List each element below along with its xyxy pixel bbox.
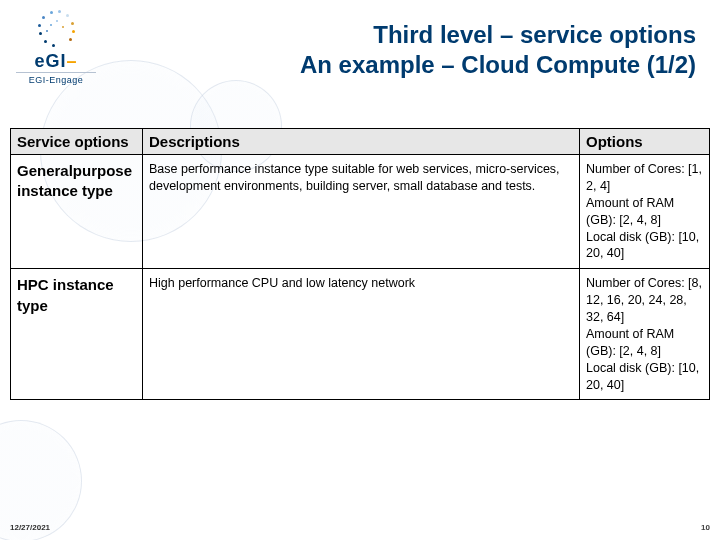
table-row: HPC instance type High performance CPU a…: [11, 269, 710, 400]
logo: eGI– EGI-Engage: [16, 10, 96, 85]
row-opts: Number of Cores: [8, 12, 16, 20, 24, 28,…: [580, 269, 710, 400]
row-name: HPC instance type: [11, 269, 143, 400]
footer-date: 12/27/2021: [10, 523, 50, 532]
th-options: Options: [580, 129, 710, 155]
title-block: Third level – service options An example…: [300, 20, 696, 80]
title-line-1: Third level – service options: [300, 20, 696, 50]
footer: 12/27/2021 10: [10, 518, 710, 532]
title-line-2: An example – Cloud Compute (1/2): [300, 50, 696, 80]
logo-subtext: EGI-Engage: [16, 72, 96, 85]
slide: eGI– EGI-Engage Third level – service op…: [0, 0, 720, 540]
th-descriptions: Descriptions: [143, 129, 580, 155]
row-name: Generalpurpose instance type: [11, 155, 143, 269]
footer-page-number: 10: [701, 523, 710, 532]
logo-main: eGI: [34, 51, 66, 71]
row-desc: Base performance instance type suitable …: [143, 155, 580, 269]
logo-dots-icon: [36, 10, 76, 50]
options-table: Service options Descriptions Options Gen…: [10, 128, 710, 400]
th-service-options: Service options: [11, 129, 143, 155]
table-header-row: Service options Descriptions Options: [11, 129, 710, 155]
options-table-wrap: Service options Descriptions Options Gen…: [10, 128, 710, 400]
table-row: Generalpurpose instance type Base perfor…: [11, 155, 710, 269]
logo-text: eGI–: [16, 52, 96, 70]
logo-dash-icon: –: [67, 51, 78, 71]
row-desc: High performance CPU and low latency net…: [143, 269, 580, 400]
row-opts: Number of Cores: [1, 2, 4] Amount of RAM…: [580, 155, 710, 269]
